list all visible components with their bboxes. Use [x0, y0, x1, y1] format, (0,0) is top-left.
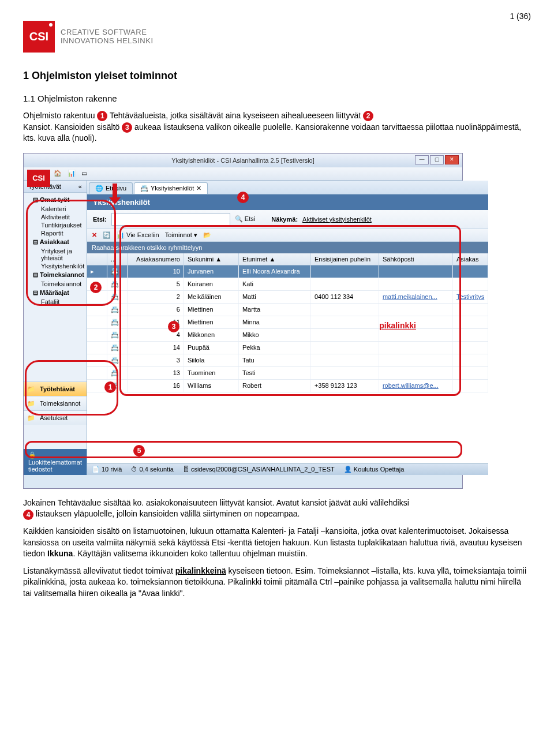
minimize-button[interactable]: —	[415, 155, 429, 164]
pikalinkki-label: pikalinkki	[379, 321, 416, 330]
t: 10 riviä	[102, 466, 122, 473]
search-button[interactable]: 🔍 Etsi	[235, 215, 255, 223]
main-heading: Yksityishenkilöt	[87, 194, 488, 210]
toolbar-icon[interactable]: ▭	[81, 170, 87, 177]
heading-1: 1 Ohjelmiston yleiset toiminnot	[23, 70, 531, 82]
paragraph-3: Kaikkien kansioiden sisältö on listamuot…	[23, 526, 531, 560]
t: Koulutus Opettaja	[354, 466, 404, 473]
close-button[interactable]: ✕	[445, 155, 459, 164]
window-title: Yksityishenkilöt - CSI Asianhallinta 2.5…	[171, 157, 315, 164]
status-user: 👤 Koulutus Opettaja	[344, 466, 405, 473]
t: Kansiot. Kansioiden sisältö	[23, 122, 122, 132]
svg-marker-0	[109, 184, 121, 204]
callout-3: 3	[168, 321, 179, 332]
t: Listanäkymässä alleviivatut tiedot toimi…	[23, 566, 175, 575]
logo-line1: CREATIVE SOFTWARE	[61, 28, 147, 36]
app-screenshot: 1 2 3 4 5 pikalinkki Yksityishenkilöt - …	[23, 153, 463, 489]
window-titlebar: Yksityishenkilöt - CSI Asianhallinta 2.5…	[24, 154, 462, 167]
collapse-icon[interactable]: «	[78, 183, 82, 190]
page-number: 1 (36)	[23, 12, 531, 21]
logo-badge: CSI	[23, 21, 55, 53]
status-rows: 📄 10 riviä	[92, 466, 122, 473]
intro-paragraph: Ohjelmisto rakentuu 1 Tehtäväalueista, j…	[23, 110, 531, 144]
ring-tree	[26, 200, 116, 306]
home-icon[interactable]: 🏠	[54, 170, 62, 177]
maximize-button[interactable]: ▢	[430, 155, 444, 164]
paragraph-2: Jokainen Tehtäväalue sisältää ko. asiako…	[23, 497, 531, 520]
marker-3-inline: 3	[122, 122, 132, 133]
t: Jokainen Tehtäväalue sisältää ko. asiako…	[23, 498, 409, 507]
marker-2-inline: 2	[363, 111, 373, 121]
ring-status	[25, 441, 462, 458]
heading-2: 1.1 Ohjelmiston rakenne	[23, 93, 531, 103]
status-db: 🗄 csidevsql2008@CSI_ASIANHALLINTA_2_0_TE…	[183, 466, 335, 473]
tab-persons[interactable]: 📇 Yksityishenkilöt ✕	[134, 182, 208, 194]
ring-main	[119, 225, 461, 396]
t: Ohjelmisto rakentuu	[23, 111, 97, 120]
marker-4-inline: 4	[23, 510, 33, 520]
t: Etsi	[245, 215, 255, 222]
view-select[interactable]: Aktiiviset yksityishenkilöt	[302, 216, 372, 223]
t: Luokittelemattomat tiedostot	[28, 459, 82, 473]
tab-bar: 🌐 Etusivu 📇 Yksityishenkilöt ✕	[87, 181, 488, 194]
status-time: ⏱ 0,4 sekuntia	[131, 466, 173, 473]
callout-2: 2	[90, 282, 102, 293]
ikkuna-bold: Ikkuna	[47, 549, 73, 558]
t: . Käyttäjän valitsema ikkunoiden koko ta…	[73, 549, 307, 558]
t: csidevsql2008@CSI_ASIANHALLINTA_2_0_TEST	[191, 466, 335, 473]
red-arrow-icon	[109, 184, 121, 204]
callout-1: 1	[104, 381, 116, 393]
t: listauksen yläpuolelle, jolloin kansioid…	[33, 509, 300, 518]
callout-5: 5	[133, 445, 145, 456]
logo-text: CREATIVE SOFTWARE INNOVATIONS HELSINKI	[61, 28, 154, 45]
t: Yksityishenkilöt	[151, 185, 194, 192]
search-input[interactable]	[111, 213, 230, 226]
status-bar: 📄 10 riviä ⏱ 0,4 sekuntia 🗄 csidevsql200…	[87, 463, 488, 475]
callout-4: 4	[237, 192, 249, 203]
t: Tehtäväalueista, jotka sisältävät aina k…	[107, 111, 363, 120]
logo-line2: INNOVATIONS HELSINKI	[61, 36, 154, 45]
marker-1-inline: 1	[97, 111, 107, 121]
pikalinkkeina-link: pikalinkkeinä	[175, 566, 226, 575]
t: 0,4 sekuntia	[140, 466, 174, 473]
brand-header: CSI CREATIVE SOFTWARE INNOVATIONS HELSIN…	[23, 21, 531, 53]
menubar[interactable]: 🏠 📊 ▭	[24, 167, 462, 181]
view-label: Näkymä:	[271, 216, 298, 223]
app-logo-icon: CSI	[27, 170, 50, 187]
paragraph-4: Listanäkymässä alleviivatut tiedot toimi…	[23, 566, 531, 600]
toolbar-icon[interactable]: 📊	[68, 170, 76, 177]
